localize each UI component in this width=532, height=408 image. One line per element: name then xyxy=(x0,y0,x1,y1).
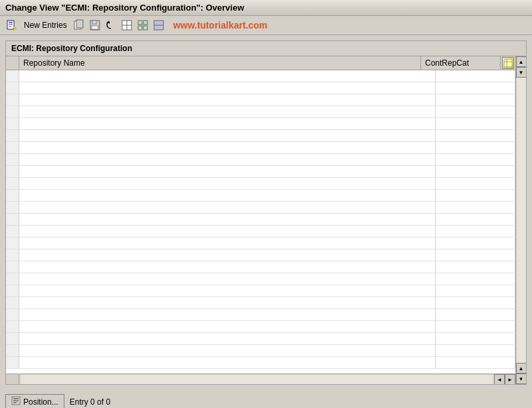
row-selector xyxy=(6,238,19,249)
row-repo xyxy=(19,178,436,189)
svg-rect-20 xyxy=(504,59,512,67)
scroll-down-button[interactable]: ▼ xyxy=(516,67,527,78)
table-container: Repository Name ContRepCat xyxy=(6,56,526,384)
svg-rect-1 xyxy=(9,22,13,23)
row-repo xyxy=(19,70,436,82)
svg-rect-16 xyxy=(138,26,142,30)
row-cat xyxy=(436,154,515,165)
row-cat xyxy=(436,249,515,261)
row-selector xyxy=(6,82,19,94)
col-settings-icon[interactable] xyxy=(501,56,515,70)
row-cat xyxy=(436,82,515,94)
row-cat xyxy=(436,214,515,225)
row-repo xyxy=(19,118,436,129)
row-cat xyxy=(436,226,515,237)
row-repo xyxy=(19,321,436,332)
scroll-down2-button[interactable]: ▼ xyxy=(516,374,527,384)
row-selector xyxy=(6,285,19,297)
table-row xyxy=(6,130,515,142)
row-repo xyxy=(19,357,436,368)
table-body xyxy=(6,70,515,374)
scroll-up2-button[interactable]: ▲ xyxy=(516,363,527,374)
row-cat xyxy=(436,202,515,213)
row-selector xyxy=(6,309,19,320)
table-row xyxy=(6,118,515,130)
row-cat xyxy=(436,357,515,368)
table-row xyxy=(6,333,515,345)
svg-rect-2 xyxy=(9,24,13,25)
table-row xyxy=(6,357,515,369)
h-scroll-thumb[interactable] xyxy=(21,375,493,384)
h-scroll-track[interactable] xyxy=(19,374,494,384)
row-repo xyxy=(19,297,436,308)
table-row xyxy=(6,154,515,166)
table-row xyxy=(6,297,515,309)
row-cat xyxy=(436,166,515,177)
svg-rect-14 xyxy=(138,21,142,25)
row-selector xyxy=(6,94,19,105)
row-cat xyxy=(436,285,515,297)
table-row xyxy=(6,70,515,82)
table-row xyxy=(6,166,515,178)
row-cat xyxy=(436,106,515,117)
svg-rect-9 xyxy=(92,26,98,29)
table-row xyxy=(6,261,515,273)
row-repo xyxy=(19,82,436,94)
scroll-right-button[interactable]: ► xyxy=(505,374,515,384)
row-repo xyxy=(19,249,436,261)
copy-rows-icon[interactable] xyxy=(72,19,86,32)
v-scroll-track[interactable] xyxy=(517,78,526,363)
table-scroll-area: Repository Name ContRepCat xyxy=(6,56,515,384)
row-selector xyxy=(6,142,19,153)
svg-rect-17 xyxy=(143,26,147,30)
row-cat xyxy=(436,345,515,356)
svg-rect-3 xyxy=(9,26,11,27)
table-header: Repository Name ContRepCat xyxy=(6,56,515,70)
col-settings-icon-inner[interactable] xyxy=(502,57,514,69)
row-cat xyxy=(436,130,515,141)
row-cat xyxy=(436,261,515,273)
table-row xyxy=(6,309,515,321)
row-repo xyxy=(19,190,436,201)
row-repo xyxy=(19,273,436,285)
row-repo xyxy=(19,261,436,273)
main-content: ECMI: Repository Configuration Repositor… xyxy=(0,35,532,390)
svg-rect-6 xyxy=(76,20,83,28)
table-row xyxy=(6,226,515,238)
table-row xyxy=(6,142,515,154)
row-selector xyxy=(6,249,19,261)
new-entries-button[interactable]: New Entries xyxy=(21,19,70,31)
col-contrepcat-header: ContRepCat xyxy=(421,56,501,70)
other-icon1[interactable] xyxy=(120,19,133,32)
row-repo xyxy=(19,309,436,320)
other-icon2[interactable] xyxy=(136,19,149,32)
row-cat xyxy=(436,297,515,308)
row-repo xyxy=(19,106,436,117)
row-repo xyxy=(19,94,436,105)
row-cat xyxy=(436,94,515,105)
table-row xyxy=(6,238,515,249)
new-entries-icon xyxy=(5,19,19,32)
row-selector xyxy=(6,118,19,129)
table-row xyxy=(6,249,515,261)
undo-icon[interactable] xyxy=(104,19,118,32)
title-text: Change View "ECMI: Repository Configurat… xyxy=(5,3,244,13)
scroll-up-button[interactable]: ▲ xyxy=(516,56,527,67)
position-button[interactable]: Position... xyxy=(5,394,64,408)
scroll-left-button[interactable]: ◄ xyxy=(494,374,505,384)
row-selector xyxy=(6,226,19,237)
other-icon3[interactable] xyxy=(152,19,165,32)
row-repo xyxy=(19,154,436,165)
row-cat xyxy=(436,273,515,285)
horizontal-scrollbar: ◄ ► xyxy=(6,374,515,384)
svg-rect-8 xyxy=(92,21,96,24)
table-row xyxy=(6,94,515,106)
watermark: www.tutorialkart.com xyxy=(173,20,268,31)
row-repo xyxy=(19,285,436,297)
toolbar: New Entries xyxy=(0,16,532,35)
row-selector xyxy=(6,190,19,201)
save-icon[interactable] xyxy=(88,19,102,32)
row-selector xyxy=(6,273,19,285)
table-row xyxy=(6,321,515,333)
row-cat xyxy=(436,70,515,82)
